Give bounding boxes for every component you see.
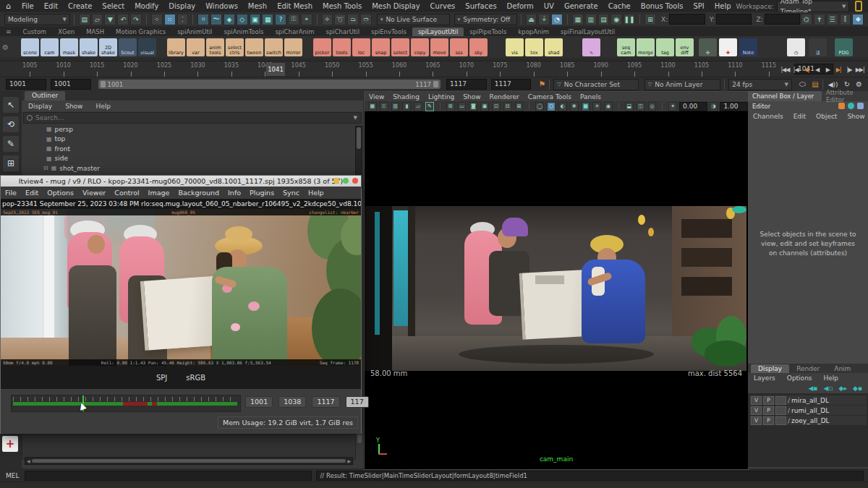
layer-playback-toggle[interactable]: P [763,406,774,415]
channel-box-menu-item[interactable]: Edit [788,113,811,120]
itview-menu-item[interactable]: Background [174,189,224,197]
construction-history-icon[interactable]: ➰ [334,14,346,25]
all-lights-icon[interactable]: ❋ [570,102,579,111]
shelf-icon[interactable]: tween [245,38,263,56]
minimize-button[interactable] [333,178,339,184]
menu-item[interactable]: Help [710,2,736,10]
viewport-menu-item[interactable]: View [365,93,388,100]
shelf-tab[interactable]: spiFinalLayoutUtil [555,27,621,36]
outliner-vscrollbar-2[interactable] [357,434,362,458]
shelf-icon[interactable]: ◷ [787,38,805,56]
shelf-icon[interactable]: sky [469,38,488,56]
layer-editor-tab[interactable]: Anim [827,364,858,373]
layer-row[interactable]: V P ∕ mira_all_DL [749,395,867,405]
menu-item[interactable]: Select [97,2,129,10]
ipr-render-icon[interactable]: ➱ [360,14,372,25]
film-gate-icon[interactable]: ▭ [458,102,467,111]
make-live-icon[interactable]: ▦ [262,14,273,25]
layer-visible-toggle[interactable]: V [751,406,762,415]
soft-select-icon[interactable]: ◔ [551,14,563,25]
camera-attrs-icon[interactable]: ▥ [391,102,400,111]
range-handle-right[interactable] [433,81,438,87]
keyframe-icon-3[interactable]: ▤ [598,14,610,25]
image-plane-icon[interactable]: ▱ [414,102,422,111]
layer-row[interactable]: V P ∕ rumi_all_DL [749,406,867,415]
wireframe-icon[interactable]: ◯ [535,102,544,111]
itview-menu-item[interactable]: Control [110,189,143,197]
shelf-icon[interactable]: copy [411,38,429,56]
layer-name[interactable]: mira_all_DL [791,397,829,404]
symmetry-dropdown[interactable]: ▾Symmetry: Off [454,14,517,25]
playback-loop-icon[interactable]: ⬭ [799,80,806,89]
shelf-icon[interactable]: env diff [676,38,694,56]
itview-titlebar[interactable]: Itview4 - mug / v9 / RLO - kpop-23341-mu… [1,176,361,187]
itview-menu-item[interactable]: Viewer [78,189,110,197]
input-operations-icon[interactable]: ⟡ [322,14,333,25]
save-scene-icon[interactable]: ▼ [104,14,116,25]
layer-display-type[interactable] [775,396,786,405]
shelf-icon[interactable]: ✚ [719,38,737,56]
shelf-menu-icon[interactable]: ≡ [0,28,17,35]
time-slider[interactable]: 1005101010151020102510301035104010451050… [0,61,868,77]
shelf-tab[interactable]: spiAnimUtil [171,27,218,36]
anim-start-field[interactable]: 1001 [6,79,46,90]
new-layer-icon[interactable]: ◀▪ [808,385,817,392]
shelf-icon[interactable]: tag [656,38,674,56]
menu-set-dropdown[interactable]: Modeling▼ [4,14,70,25]
outliner-item[interactable]: ▦ front [22,144,363,154]
shelf-icon[interactable]: select ctrls [226,38,244,56]
tool-icon[interactable]: ✎ [3,136,19,152]
keyframe-icon-2[interactable]: ▥ [585,14,597,25]
shelf-icon[interactable]: shad [545,38,563,56]
menu-item[interactable]: Bonus Tools [636,2,689,10]
render-globals-icon[interactable]: ⌬ [801,14,812,25]
shelf-icon[interactable]: Scout [119,38,137,56]
anim-end-field[interactable]: 1117 [491,79,532,90]
render-icon[interactable]: ➯ [347,14,359,25]
gate-mask-icon[interactable]: ▣ [480,102,489,111]
menu-item[interactable]: Modify [129,2,163,10]
itview-frame-field[interactable]: 117 [346,396,369,408]
redo-icon[interactable]: ↷ [130,14,142,25]
menu-item[interactable]: File [17,2,39,10]
menu-item[interactable]: Edit Mesh [272,2,318,10]
fps-dropdown[interactable]: 24 fps▼ [728,79,792,90]
shelf-icon[interactable]: snap [372,38,390,56]
x-input[interactable] [669,14,705,25]
layer-editor-tab[interactable]: Render [789,364,827,373]
shelf-icon[interactable]: anim tools [206,38,224,56]
workspace-dropdown[interactable]: Adam Top Timeline*▼ [777,1,850,12]
shaded-icon[interactable]: ⬡ [547,102,556,111]
safe-action-icon[interactable]: ⊟ [503,102,512,111]
camera-lock-icon[interactable]: ⚿ [380,102,388,111]
resolution-gate-icon[interactable]: ◙ [469,102,477,111]
viewport-menu-item[interactable]: Camera Tools [524,93,576,100]
shelf-icon[interactable]: visual [138,38,156,56]
itview-menu-item[interactable]: Image [144,189,174,197]
menu-item[interactable]: UV [539,2,559,10]
playback-end-field[interactable]: 1117 [446,79,487,90]
shelf-tab[interactable]: spiAnimTools [218,27,269,36]
gamma-icon[interactable]: ◑ [710,102,718,111]
shelf-icon[interactable]: vis [506,38,524,56]
clapper-icon[interactable]: ▤ [812,80,818,88]
menu-item[interactable]: Surfaces [460,2,501,10]
speed-icon[interactable] [848,103,854,109]
itview-menu-item[interactable]: Sync [278,189,304,197]
textured-icon[interactable]: ◐ [558,102,567,111]
tool-icon[interactable]: ⊞ [3,155,19,171]
safe-title-icon[interactable]: ⊠ [515,102,524,111]
outliner-item[interactable]: ⊟ ▦ shot_master [22,163,363,174]
snap-together-icon[interactable]: ? [275,14,286,25]
menu-item[interactable]: Mesh [243,2,272,10]
shelf-icon[interactable]: select [391,38,409,56]
outliner-item[interactable]: ▦ side [22,154,363,164]
itview-menu-item[interactable]: Help [304,189,328,197]
playback-start-field[interactable]: 1001 [51,79,91,90]
shelf-tab[interactable]: spiLayoutUtil [412,27,464,36]
manipulator-icon[interactable] [838,103,845,109]
outliner-menu-item[interactable]: Help [89,103,117,110]
range-handle-left[interactable] [101,81,106,87]
layer-display-type[interactable] [775,406,786,415]
snap-point-icon[interactable]: ◈ [224,14,235,25]
